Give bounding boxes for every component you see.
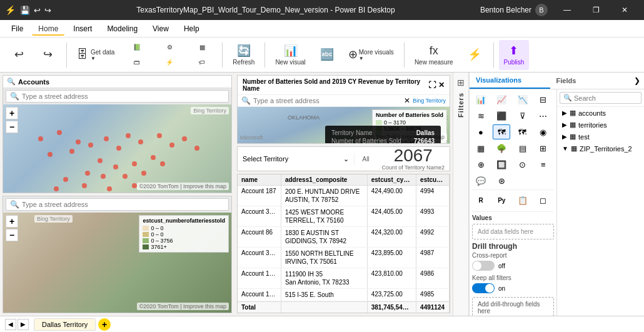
field-group-zip-header[interactable]: ▼ ▦ ZIP_Territories_2 bbox=[557, 143, 644, 154]
viz-bar-chart[interactable]: 📊 bbox=[472, 92, 490, 107]
viz-card[interactable]: 🔲 bbox=[493, 157, 510, 172]
restore-button[interactable]: ❐ bbox=[581, 0, 610, 20]
datamodel-button[interactable]: 🗃 bbox=[123, 56, 151, 69]
dallas-territory-tab[interactable]: Dallas Territory bbox=[34, 318, 96, 331]
field-group-accounts-header[interactable]: ▶ ▦ accounts bbox=[557, 107, 644, 119]
table-row[interactable]: Account 1610 111900 IH 35San Antonio, TX… bbox=[238, 268, 450, 289]
svg-point-27 bbox=[54, 186, 59, 191]
add-page-button[interactable]: + bbox=[98, 318, 111, 331]
fields-search-input[interactable] bbox=[574, 94, 638, 102]
chart-map-search-input[interactable] bbox=[253, 97, 401, 104]
text-box-button[interactable]: 🔤 bbox=[313, 40, 341, 70]
close-chart-icon[interactable]: ✕ bbox=[438, 81, 445, 89]
zoom-out-button[interactable]: − bbox=[6, 121, 18, 133]
viz-scatter[interactable]: ⋯ bbox=[535, 108, 552, 123]
expand-icon[interactable]: ⛶ bbox=[428, 81, 436, 89]
zoom-out-bottom-button[interactable]: − bbox=[6, 229, 18, 241]
viz-ribbon-chart[interactable]: ≋ bbox=[472, 108, 490, 123]
territory-selector[interactable]: Select Territory ⌄ bbox=[238, 153, 355, 165]
close-button[interactable]: ✕ bbox=[610, 0, 639, 20]
zoom-in-button[interactable]: + bbox=[6, 107, 18, 119]
nav-next-button[interactable]: ▶ bbox=[18, 319, 29, 330]
quick-measure-button[interactable]: ⚡ bbox=[461, 40, 488, 70]
territory-map-search-input[interactable] bbox=[22, 201, 103, 208]
svg-point-16 bbox=[132, 161, 137, 166]
publish-button[interactable]: ⬆ Publish bbox=[499, 40, 530, 70]
field-group-territories-header[interactable]: ▶ ▦ territories bbox=[557, 119, 644, 131]
keep-filters-toggle[interactable] bbox=[472, 283, 495, 293]
transform-button[interactable]: ⚙ bbox=[156, 41, 183, 54]
viz-area-chart[interactable]: 📉 bbox=[514, 92, 531, 107]
viz-matrix[interactable]: ⊞ bbox=[535, 141, 552, 156]
params-button[interactable]: ⚡ bbox=[156, 56, 183, 69]
redo-icon[interactable]: ↪ bbox=[44, 6, 51, 15]
table-row[interactable]: Account 187 200 E. HUNTLAND DRIVEAUSTIN,… bbox=[238, 186, 450, 206]
excel-button[interactable]: 📗 bbox=[123, 41, 151, 54]
viz-qa[interactable]: 💬 bbox=[472, 173, 490, 188]
accounts-map-search[interactable]: 🔍 bbox=[6, 90, 229, 103]
menu-help[interactable]: Help bbox=[178, 22, 206, 36]
new-measure-button[interactable]: fx New measure bbox=[410, 40, 458, 70]
expand-panels-button[interactable]: ❯ bbox=[630, 74, 644, 88]
more-visuals-button[interactable]: ⊕ More visuals ▼ bbox=[343, 40, 399, 70]
viz-filled-map[interactable]: 🗺 bbox=[514, 124, 531, 139]
table-row[interactable]: Account 86 1830 E AUSTIN STGIDDINGS, TX … bbox=[238, 227, 450, 248]
viz-r-script[interactable]: R bbox=[472, 193, 490, 208]
save-icon[interactable]: 💾 bbox=[20, 6, 30, 15]
right-panel: Visualizations Fields ❯ 📊 📈 📉 ⊟ ≋ ⬛ bbox=[469, 73, 644, 316]
row1-name: Account 187 bbox=[238, 186, 281, 206]
drill-add-zone[interactable]: Add drill-through fields here bbox=[472, 297, 554, 316]
viz-key-influencers[interactable]: ⊛ bbox=[493, 173, 510, 188]
viz-funnel[interactable]: ⊽ bbox=[514, 108, 531, 123]
menu-home[interactable]: Home bbox=[32, 22, 64, 36]
table-footer: Total 381,745,540.00 4491124 bbox=[238, 301, 450, 313]
table-row[interactable]: Account 1576 515 I-35 E. South 423,725.0… bbox=[238, 289, 450, 301]
legend-color-1 bbox=[143, 226, 149, 231]
sensitivity-button[interactable]: 🏷 bbox=[188, 56, 216, 69]
undo-ribbon-button[interactable]: ↩ bbox=[5, 40, 33, 70]
menu-file[interactable]: File bbox=[5, 22, 29, 36]
tab-fields[interactable]: Fields bbox=[550, 73, 631, 88]
viz-decomp-tree[interactable]: 🌳 bbox=[493, 141, 510, 156]
row5-batteries: 4986 bbox=[416, 268, 450, 288]
viz-python[interactable]: Py bbox=[493, 193, 510, 208]
table-row[interactable]: Account 3034 1425 WEST MOORETERRELL, TX … bbox=[238, 206, 450, 227]
viz-shape[interactable]: ◻ bbox=[535, 193, 552, 208]
territory-map-search[interactable]: 🔍 bbox=[6, 198, 229, 211]
viz-narrate[interactable]: 📋 bbox=[514, 193, 531, 208]
menu-insert[interactable]: Insert bbox=[67, 22, 98, 36]
undo-icon[interactable]: ↩ bbox=[34, 6, 41, 15]
viz-table[interactable]: ▤ bbox=[514, 141, 531, 156]
table-icon: ▦ bbox=[199, 44, 205, 51]
fields-search-box[interactable]: 🔍 bbox=[560, 92, 641, 104]
table-row[interactable]: Account 3118 1550 NORTH BELTLINEIRVING, … bbox=[238, 248, 450, 268]
chart-close-icon[interactable]: ✕ bbox=[404, 96, 410, 105]
cross-report-toggle[interactable] bbox=[472, 261, 495, 271]
get-data-button[interactable]: 🗄 Get data ▼ bbox=[72, 40, 119, 70]
viz-gauge[interactable]: ⊙ bbox=[514, 157, 531, 172]
viz-kpi[interactable]: ⊕ bbox=[472, 157, 490, 172]
field-group-test-header[interactable]: ▶ ▦ test bbox=[557, 131, 644, 143]
viz-treemap[interactable]: ▦ bbox=[472, 141, 490, 156]
tab-visualizations[interactable]: Visualizations bbox=[470, 73, 550, 89]
refresh-button[interactable]: 🔄 Refresh bbox=[228, 40, 259, 70]
minimize-button[interactable]: — bbox=[553, 0, 581, 20]
new-visual-button[interactable]: 📊 New visual bbox=[270, 40, 310, 70]
map-controls-bottom: + − bbox=[6, 215, 18, 241]
viz-azure-map[interactable]: ◉ bbox=[535, 124, 552, 139]
redo-ribbon-button[interactable]: ↪ bbox=[34, 40, 61, 70]
menu-view[interactable]: View bbox=[146, 22, 175, 36]
values-drop-zone[interactable]: Add data fields here bbox=[472, 224, 554, 239]
zoom-in-bottom-button[interactable]: + bbox=[6, 215, 18, 228]
menu-modeling[interactable]: Modeling bbox=[101, 22, 144, 36]
viz-pie-chart[interactable]: ● bbox=[472, 124, 490, 139]
nav-prev-button[interactable]: ◀ bbox=[5, 319, 16, 330]
viz-multi-row[interactable]: ≡ bbox=[535, 157, 552, 172]
chart-map-search[interactable]: 🔍 ✕ Bing Territory bbox=[238, 95, 450, 107]
table-button[interactable]: ▦ bbox=[188, 41, 216, 54]
viz-waterfall[interactable]: ⬛ bbox=[493, 108, 510, 123]
viz-line-chart[interactable]: 📈 bbox=[493, 92, 510, 107]
accounts-map-search-input[interactable] bbox=[22, 93, 103, 100]
viz-map[interactable]: 🗺 bbox=[493, 124, 510, 139]
viz-combo-chart[interactable]: ⊟ bbox=[535, 92, 552, 107]
